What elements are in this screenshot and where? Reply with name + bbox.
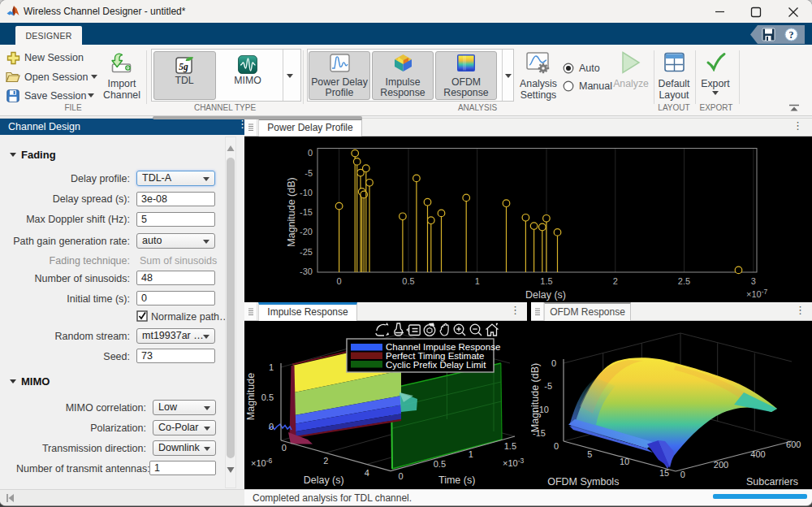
svg-text:0.5: 0.5 [402,276,414,286]
svg-text:0: 0 [308,148,313,158]
svg-text:200: 200 [714,460,728,470]
svg-text:0.5: 0.5 [434,459,446,469]
svg-text:0.5: 0.5 [261,392,274,402]
svg-text:Time (s): Time (s) [438,474,475,486]
svg-text:0: 0 [680,470,685,479]
svg-text:Magnitude (dB): Magnitude (dB) [286,177,297,246]
svg-text:0: 0 [554,441,559,451]
svg-text:Subcarriers: Subcarriers [746,476,798,488]
svg-text:1: 1 [469,449,473,459]
svg-text:-20: -20 [300,227,313,236]
svg-text:Cyclic Prefix Delay Limit: Cyclic Prefix Delay Limit [386,360,486,370]
svg-text:2: 2 [323,456,328,466]
svg-text:1: 1 [475,276,480,286]
svg-text:10: 10 [620,457,629,466]
svg-text:Magnitude (dB): Magnitude (dB) [531,363,541,432]
svg-text:400: 400 [750,449,765,459]
svg-text:-30: -30 [300,266,313,276]
svg-text:-15: -15 [300,207,313,217]
svg-text:1.5: 1.5 [540,276,552,286]
svg-text:5g: 5g [179,62,188,72]
svg-text:1: 1 [269,362,274,372]
svg-text:0: 0 [337,276,342,286]
svg-text:5: 5 [587,449,592,459]
svg-text:15: 15 [659,468,669,478]
svg-text:0: 0 [398,471,403,481]
svg-text:2.5: 2.5 [678,276,690,286]
svg-text:3: 3 [751,276,756,286]
svg-text:4: 4 [365,468,369,478]
svg-text:0: 0 [551,358,556,368]
svg-text:0: 0 [269,422,274,431]
svg-text:OFDM Symbols: OFDM Symbols [547,476,619,488]
svg-text:-25: -25 [300,247,313,257]
svg-text:Delay (s): Delay (s) [304,474,344,486]
svg-text:?: ? [789,29,794,41]
svg-text:2: 2 [613,276,618,286]
svg-text:-10: -10 [300,188,313,197]
svg-text:-5: -5 [304,168,313,178]
svg-text:Magnitude: Magnitude [245,373,257,420]
svg-text:Delay (s): Delay (s) [525,289,566,301]
svg-text:600: 600 [786,440,801,449]
svg-text:0: 0 [282,443,287,453]
svg-text:Channel Impulse Response: Channel Impulse Response [386,342,500,352]
svg-text:1.5: 1.5 [504,441,516,451]
svg-text:-5: -5 [544,381,552,391]
